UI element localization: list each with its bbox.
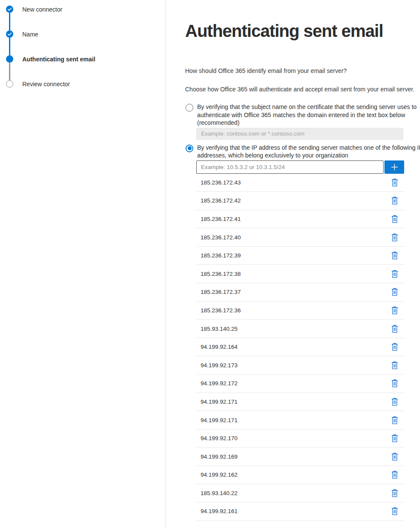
ip-list-item: 94.199.92.171	[196, 393, 404, 411]
trash-icon	[391, 196, 398, 205]
ip-list-item: 94.199.92.173	[196, 356, 404, 375]
ip-list-item: 94.199.92.169	[196, 447, 404, 466]
check-icon	[6, 30, 13, 38]
ip-list-item: 185.236.172.42	[196, 192, 404, 210]
step-label: New connector	[22, 6, 62, 13]
ip-address: 185.93.140.25	[201, 326, 237, 332]
step-name[interactable]: Name	[6, 30, 165, 38]
ip-address: 94.199.92.162	[201, 472, 237, 478]
ip-list-item: 94.199.92.162	[196, 466, 404, 484]
delete-ip-button[interactable]	[391, 361, 398, 369]
ip-list-item: 185.93.140.25	[196, 320, 404, 338]
current-step-dot-icon	[6, 55, 13, 63]
delete-ip-button[interactable]	[391, 397, 398, 406]
delete-ip-button[interactable]	[391, 379, 398, 388]
delete-ip-button[interactable]	[391, 434, 398, 443]
ip-address: 94.199.92.170	[201, 435, 237, 441]
ip-address: 94.199.92.172	[201, 380, 237, 387]
ip-address: 185.236.172.43	[201, 179, 241, 186]
trash-icon	[391, 288, 398, 296]
ip-option-label: By verifying that the IP address of the …	[197, 144, 420, 160]
delete-ip-button[interactable]	[391, 288, 398, 296]
ip-address: 185.236.172.36	[201, 307, 241, 314]
trash-icon	[391, 270, 398, 278]
ip-list-item: 94.199.92.161	[196, 502, 404, 521]
step-authenticating-sent-email[interactable]: Authenticating sent email	[6, 55, 165, 63]
ip-address: 185.236.172.37	[201, 289, 241, 295]
delete-ip-button[interactable]	[391, 306, 398, 314]
delete-ip-button[interactable]	[391, 343, 398, 351]
step-label: Authenticating sent email	[22, 56, 95, 63]
ip-list-item: 94.199.92.170	[196, 429, 404, 448]
ip-address: 185.236.172.40	[201, 234, 241, 241]
instruction-text: Choose how Office 365 will authenticate …	[185, 85, 419, 94]
page-title: Authenticating sent email	[185, 21, 419, 41]
trash-icon	[391, 343, 398, 351]
ip-list-item: 185.236.172.37	[196, 283, 404, 302]
delete-ip-button[interactable]	[391, 215, 398, 223]
trash-icon	[391, 379, 398, 387]
trash-icon	[391, 178, 398, 187]
trash-icon	[391, 325, 398, 333]
ip-list: 185.236.172.43 185.236.172.42 185.236.17…	[196, 174, 404, 521]
trash-icon	[391, 471, 398, 479]
ip-list-item: 185.236.172.36	[196, 302, 404, 320]
trash-icon	[391, 306, 398, 314]
ip-address: 185.236.172.41	[201, 216, 241, 222]
plus-icon	[390, 163, 399, 171]
delete-ip-button[interactable]	[391, 269, 398, 278]
ip-address-input[interactable]	[196, 160, 384, 174]
trash-icon	[391, 398, 398, 406]
ip-address: 94.199.92.173	[201, 362, 237, 369]
step-connector	[9, 13, 10, 30]
ip-address: 94.199.92.171	[201, 399, 237, 405]
trash-icon	[391, 416, 398, 424]
question-text: How should Office 365 identify email fro…	[185, 67, 419, 75]
step-review-connector[interactable]: Review connector	[6, 80, 165, 88]
ip-list-item: 185.236.172.41	[196, 210, 404, 229]
delete-ip-button[interactable]	[391, 452, 398, 461]
ip-entry-row	[196, 160, 419, 174]
ip-address: 94.199.92.164	[201, 344, 237, 350]
trash-icon	[391, 489, 398, 497]
certificate-radio[interactable]	[186, 104, 193, 112]
wizard-stepper: New connector Name Authenticating sent e…	[0, 0, 165, 529]
ip-list-item: 94.199.92.172	[196, 375, 404, 393]
delete-ip-button[interactable]	[391, 251, 398, 260]
step-label: Review connector	[22, 81, 70, 88]
trash-icon	[391, 361, 398, 369]
ip-list-item: 185.236.172.40	[196, 228, 404, 247]
ip-address: 94.199.92.171	[201, 417, 237, 423]
ip-address: 185.93.140.22	[201, 490, 237, 496]
add-ip-button[interactable]	[384, 160, 404, 174]
trash-icon	[391, 434, 398, 442]
step-connector	[9, 38, 10, 55]
domain-input	[196, 128, 403, 140]
ip-list-item: 185.236.172.43	[196, 174, 404, 192]
trash-icon	[391, 507, 398, 515]
ip-address: 94.199.92.169	[201, 453, 237, 460]
step-label: Name	[22, 31, 38, 38]
ip-address-radio[interactable]	[186, 145, 193, 152]
step-new-connector[interactable]: New connector	[6, 6, 165, 13]
trash-icon	[391, 251, 398, 260]
ip-address: 94.199.92.161	[201, 508, 237, 514]
option-ip-address: By verifying that the IP address of the …	[186, 144, 419, 160]
ip-list-item: 185.236.172.39	[196, 247, 404, 265]
delete-ip-button[interactable]	[391, 233, 398, 242]
empty-step-circle-icon	[6, 80, 13, 88]
trash-icon	[391, 233, 398, 242]
delete-ip-button[interactable]	[391, 507, 398, 516]
delete-ip-button[interactable]	[391, 416, 398, 424]
ip-address: 185.236.172.39	[201, 252, 241, 259]
ip-address: 185.236.172.42	[201, 197, 241, 204]
delete-ip-button[interactable]	[391, 196, 398, 205]
certificate-option-label: By verifying that the subject name on th…	[197, 103, 417, 127]
trash-icon	[391, 215, 398, 223]
delete-ip-button[interactable]	[391, 489, 398, 497]
delete-ip-button[interactable]	[391, 471, 398, 479]
delete-ip-button[interactable]	[391, 178, 398, 187]
check-icon	[6, 6, 13, 13]
delete-ip-button[interactable]	[391, 324, 398, 333]
ip-list-item: 185.236.172.38	[196, 265, 404, 283]
